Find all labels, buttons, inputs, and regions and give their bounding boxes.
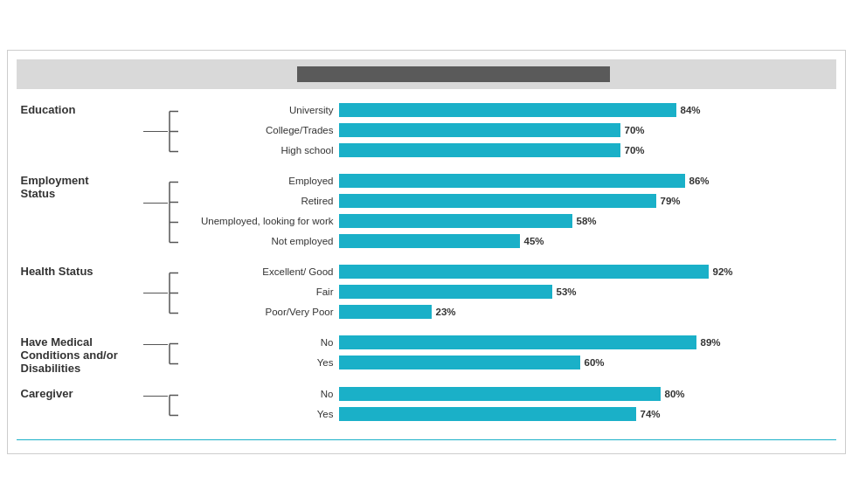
bracket-svg-employment: [168, 172, 180, 252]
bar-rows-education: University84%College/Trades70%High schoo…: [182, 101, 832, 159]
bar-row-label: No: [182, 389, 339, 399]
connector-hline-education: [143, 131, 168, 133]
bracket-svg-medical: [168, 334, 180, 374]
bar-rows-caregiver: No80%Yes74%: [182, 385, 832, 423]
bar-track: 89%: [339, 334, 832, 351]
bar-row-label: Employed: [182, 176, 339, 186]
section-label-education: Education: [21, 101, 143, 116]
bar-row: Yes60%: [182, 354, 832, 371]
bar-rows-health: Excellent/ Good92%Fair53%Poor/Very Poor2…: [182, 263, 832, 321]
bar-track: 74%: [339, 405, 832, 423]
bar-fill: [339, 103, 676, 117]
bar-track: 86%: [339, 172, 832, 190]
bar-row: Employed86%: [182, 172, 832, 190]
bar-track: 23%: [339, 303, 832, 321]
bar-pct: 79%: [661, 196, 681, 206]
bar-pct: 86%: [689, 176, 710, 186]
section-label-employment: Employment Status: [21, 172, 143, 200]
bar-row: Retired79%: [182, 192, 832, 210]
section-employment: Employment StatusEmployed86%Retired79%Un…: [21, 172, 832, 252]
bar-fill: [339, 123, 620, 137]
bottom-divider: [17, 439, 836, 440]
bar-pct: 53%: [557, 287, 577, 297]
bar-row-label: Poor/Very Poor: [182, 307, 339, 317]
bar-row: No80%: [182, 385, 832, 403]
bar-row: High school70%: [182, 142, 832, 159]
bar-fill: [339, 407, 636, 421]
bar-track: 80%: [339, 385, 832, 403]
bar-fill: [339, 285, 552, 299]
section-health: Health StatusExcellent/ Good92%Fair53%Po…: [21, 263, 832, 323]
bar-row: Yes74%: [182, 405, 832, 423]
section-education: EducationUniversity84%College/Trades70%H…: [21, 101, 832, 162]
bar-pct: 60%: [585, 357, 605, 368]
bar-track: 60%: [339, 354, 832, 371]
bar-pct: 89%: [701, 337, 721, 348]
section-label-health: Health Status: [21, 263, 143, 278]
bar-row-label: Retired: [182, 196, 339, 206]
bar-row-label: Excellent/ Good: [182, 266, 339, 277]
bar-track: 53%: [339, 283, 832, 300]
bar-pct: 92%: [713, 266, 733, 277]
bar-fill: [339, 335, 696, 349]
bar-row-label: High school: [182, 145, 339, 155]
bar-row-label: College/Trades: [182, 125, 339, 135]
bar-fill: [339, 356, 580, 369]
bar-row: Poor/Very Poor23%: [182, 303, 832, 321]
bar-track: 70%: [339, 121, 832, 139]
bar-row: No89%: [182, 334, 832, 351]
bar-fill: [339, 234, 520, 248]
bar-track: 70%: [339, 142, 832, 159]
bar-row-label: Fair: [182, 287, 339, 297]
total-row: [17, 59, 836, 89]
main-content: EducationUniversity84%College/Trades70%H…: [17, 96, 836, 431]
bar-row: Not employed45%: [182, 232, 832, 250]
bar-track: 58%: [339, 212, 832, 230]
bar-pct: 58%: [577, 216, 597, 226]
bracket-svg-education: [168, 101, 180, 162]
section-medical: Have Medical Conditions and/or Disabilit…: [21, 334, 832, 375]
bar-row: Fair53%: [182, 283, 832, 300]
bracket-svg-caregiver: [168, 385, 180, 425]
bar-row-label: Not employed: [182, 236, 339, 246]
bar-row-label: Yes: [182, 357, 339, 368]
bar-row-label: Unemployed, looking for work: [182, 216, 339, 226]
bar-row-label: No: [182, 337, 339, 348]
bar-row-label: Yes: [182, 409, 339, 419]
bar-fill: [339, 387, 661, 401]
bar-fill: [339, 194, 656, 208]
bar-track: 79%: [339, 192, 832, 210]
bar-row: College/Trades70%: [182, 121, 832, 139]
bar-pct: 84%: [681, 105, 701, 115]
bar-fill: [339, 305, 432, 319]
bar-track: 92%: [339, 263, 832, 280]
bar-pct: 23%: [436, 307, 456, 317]
section-label-medical: Have Medical Conditions and/or Disabilit…: [21, 334, 143, 375]
bracket-svg-health: [168, 263, 180, 323]
bar-pct: 70%: [625, 145, 645, 155]
bar-row: Unemployed, looking for work58%: [182, 212, 832, 230]
bar-fill: [339, 265, 709, 279]
bar-row: University84%: [182, 101, 832, 119]
bar-row: Excellent/ Good92%: [182, 263, 832, 280]
total-bar: [297, 66, 610, 82]
bar-pct: 70%: [625, 125, 645, 135]
connector-hline-medical: [143, 344, 168, 346]
bar-rows-employment: Employed86%Retired79%Unemployed, looking…: [182, 172, 832, 250]
bar-pct: 74%: [641, 409, 661, 419]
bar-row-label: University: [182, 105, 339, 115]
bar-rows-medical: No89%Yes60%: [182, 334, 832, 371]
bar-track: 45%: [339, 232, 832, 250]
bar-fill: [339, 174, 685, 188]
chart-container: EducationUniversity84%College/Trades70%H…: [7, 50, 846, 454]
bar-pct: 45%: [524, 236, 544, 246]
section-caregiver: CaregiverNo80%Yes74%: [21, 385, 832, 425]
bar-pct: 80%: [665, 389, 685, 399]
bar-fill: [339, 143, 620, 157]
section-label-caregiver: Caregiver: [21, 385, 143, 400]
total-bar-wrap: [297, 66, 615, 82]
connector-hline-health: [143, 293, 168, 294]
connector-hline-employment: [143, 203, 168, 204]
bar-track: 84%: [339, 101, 832, 119]
connector-hline-caregiver: [143, 396, 168, 397]
